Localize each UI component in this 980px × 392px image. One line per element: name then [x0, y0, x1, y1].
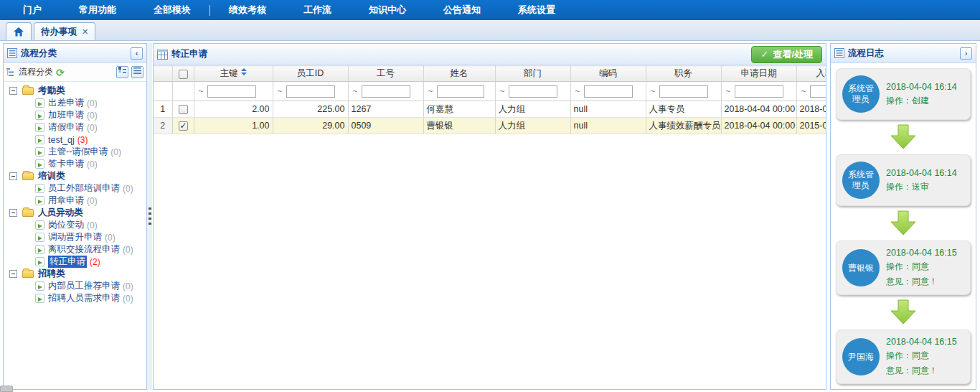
tree-folder[interactable]: 人员异动类	[5, 207, 145, 219]
filter-operator[interactable]: ~	[353, 86, 358, 96]
filter-input[interactable]	[362, 85, 410, 98]
filter-input[interactable]	[810, 85, 826, 98]
log-date: 2018-04-04 16:15	[886, 337, 957, 347]
tree-leaf[interactable]: test_qj(3)	[5, 134, 145, 146]
tree-leaf[interactable]: 招聘人员需求申请(0)	[5, 292, 145, 304]
column-header[interactable]: 部门	[495, 66, 570, 82]
tree-leaf[interactable]: 出差申请(0)	[5, 97, 145, 109]
table-row[interactable]: 12.00225.001267何嘉慧人力组null人事专员2018-04-04 …	[154, 101, 826, 118]
tree-leaf[interactable]: 员工外部培训申请(0)	[5, 182, 145, 195]
filter-input[interactable]	[735, 85, 783, 98]
tree-folder-label: 考勤类	[38, 85, 65, 97]
nav-item[interactable]: 知识中心	[350, 0, 425, 20]
table-row[interactable]: 21.0029.000509曹银银人力组null人事绩效薪酬专员2018-04-…	[154, 118, 826, 134]
nav-item[interactable]: 公告通知	[425, 0, 499, 20]
filter-wrap: ~	[273, 85, 348, 98]
nav-item[interactable]: 门户	[4, 0, 60, 20]
table-filter-row: ~~~~~~~~~	[154, 82, 826, 101]
filter-operator[interactable]: ~	[500, 86, 505, 96]
nav-item[interactable]: 全部模块	[135, 0, 209, 20]
tree-leaf[interactable]: 用章申请(0)	[5, 195, 145, 207]
expand-right-button[interactable]: ›	[960, 47, 972, 60]
filter-operator[interactable]: ~	[278, 86, 283, 96]
expand-all-button[interactable]	[116, 66, 128, 78]
close-icon[interactable]: ✕	[82, 28, 88, 36]
tree-folder[interactable]: 招聘类	[5, 268, 145, 280]
filter-wrap: ~	[496, 85, 570, 98]
row-checkbox[interactable]	[179, 121, 188, 131]
tree-leaf-count: (0)	[87, 220, 98, 230]
tree-leaf[interactable]: 内部员工推荐申请(0)	[5, 280, 145, 292]
process-icon	[35, 294, 44, 303]
filter-input[interactable]	[584, 85, 633, 98]
collapse-toggle-icon[interactable]	[9, 87, 17, 95]
column-header[interactable]: 姓名	[423, 66, 495, 82]
select-all-header[interactable]	[172, 66, 194, 82]
sort-icon[interactable]	[241, 68, 247, 75]
column-header[interactable]: 申请日期	[721, 66, 796, 82]
filter-cell: ~	[423, 82, 495, 101]
filter-wrap: ~	[797, 85, 826, 98]
tree-leaf[interactable]: 转正申请(2)	[5, 256, 145, 268]
tree-folder-label: 培训类	[38, 170, 65, 182]
column-header[interactable]: 主键	[194, 66, 273, 82]
column-header[interactable]: 入职日期	[796, 66, 826, 82]
filter-operator[interactable]: ~	[651, 86, 656, 96]
filter-operator[interactable]: ~	[199, 86, 204, 96]
filter-input[interactable]	[509, 85, 557, 98]
log-line: 意见：同意！	[886, 365, 957, 377]
filter-wrap: ~	[646, 85, 721, 98]
avatar: 系统管理员	[842, 162, 880, 199]
view-process-button-label: 查看/处理	[773, 48, 813, 61]
tree-leaf-count: (0)	[87, 159, 98, 169]
tab-todo[interactable]: 待办事项 ✕	[34, 22, 95, 40]
collapse-toggle-icon[interactable]	[9, 172, 17, 180]
tree-leaf[interactable]: 加班申请(0)	[5, 109, 145, 121]
table-cell: 1.00	[194, 118, 273, 134]
column-header[interactable]: 职务	[646, 66, 721, 82]
nav-item[interactable]: 常用功能	[60, 0, 135, 20]
tree-folder[interactable]: 培训类	[5, 170, 145, 182]
refresh-icon[interactable]: ⟳	[56, 67, 113, 78]
splitter-grip-icon	[149, 207, 151, 226]
tree-leaf-label: 招聘人员需求申请	[48, 292, 120, 304]
collapse-all-button[interactable]	[131, 66, 143, 78]
filter-operator[interactable]: ~	[428, 86, 433, 96]
tree-leaf[interactable]: 签卡申请(0)	[5, 158, 145, 170]
tree-leaf-count: (3)	[77, 135, 88, 145]
filter-input[interactable]	[437, 85, 484, 98]
row-checkbox-cell	[172, 118, 194, 134]
nav-item[interactable]: 工作流	[285, 0, 350, 20]
nav-item[interactable]: 系统设置	[499, 0, 574, 20]
column-header[interactable]: 工号	[348, 66, 423, 82]
column-header[interactable]: 编码	[570, 66, 646, 82]
column-header[interactable]: 员工ID	[273, 66, 348, 82]
tree-leaf[interactable]: 调动晋升申请(0)	[5, 231, 145, 243]
tree-leaf[interactable]: 岗位变动(0)	[5, 219, 145, 231]
tab-home[interactable]	[6, 22, 32, 40]
tree-leaf[interactable]: 离职交接流程申请(0)	[5, 243, 145, 256]
filter-operator[interactable]: ~	[575, 86, 580, 96]
filter-input[interactable]	[207, 85, 256, 98]
panel-splitter[interactable]	[147, 43, 152, 390]
avatar-name: 系统管理员	[847, 83, 875, 105]
view-process-button[interactable]: ✓ 查看/处理	[751, 46, 822, 63]
collapse-left-button[interactable]: ‹	[131, 47, 143, 60]
corner-grip[interactable]	[0, 386, 13, 392]
tree-folder[interactable]: 考勤类	[5, 85, 145, 97]
tree-leaf[interactable]: 主管--请假申请(0)	[5, 146, 145, 158]
tree-leaf[interactable]: 请假申请(0)	[5, 121, 145, 134]
filter-input[interactable]	[286, 85, 335, 98]
tree-leaf-label: 转正申请	[48, 256, 87, 268]
filter-cell: ~	[570, 82, 646, 101]
filter-operator[interactable]: ~	[726, 86, 731, 96]
collapse-toggle-icon[interactable]	[9, 209, 17, 217]
filter-input[interactable]	[659, 85, 708, 98]
tree-leaf-label: 调动晋升申请	[48, 231, 102, 243]
table-cell: 人力组	[495, 101, 570, 118]
select-all-checkbox[interactable]	[179, 70, 188, 79]
nav-item[interactable]: 绩效考核	[210, 0, 285, 20]
filter-operator[interactable]: ~	[801, 86, 806, 96]
collapse-toggle-icon[interactable]	[9, 270, 17, 278]
row-checkbox[interactable]	[179, 105, 188, 114]
